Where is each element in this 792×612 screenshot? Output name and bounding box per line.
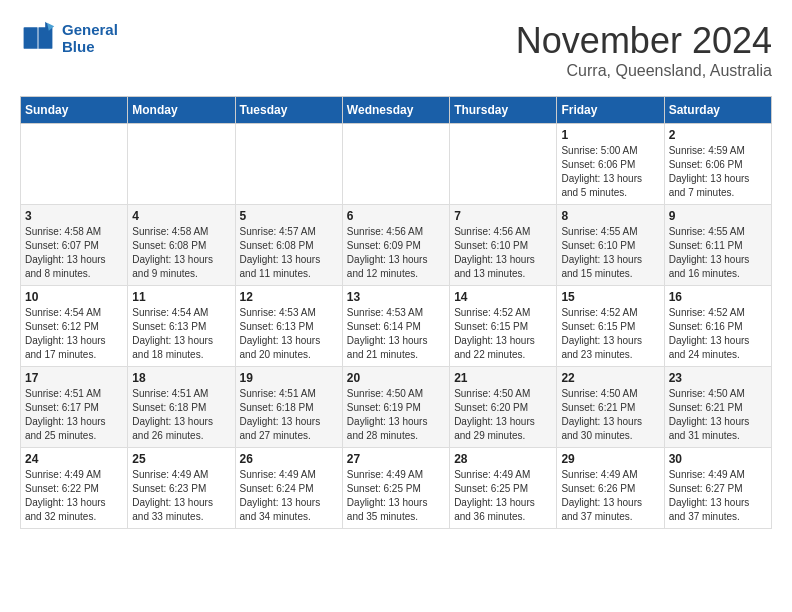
day-cell: 12Sunrise: 4:53 AMSunset: 6:13 PMDayligh…	[235, 286, 342, 367]
day-number: 1	[561, 128, 659, 142]
day-info: Sunrise: 4:49 AMSunset: 6:25 PMDaylight:…	[347, 468, 445, 524]
logo-icon	[20, 20, 56, 56]
day-info: Sunrise: 4:58 AMSunset: 6:08 PMDaylight:…	[132, 225, 230, 281]
weekday-header-thursday: Thursday	[450, 97, 557, 124]
month-title: November 2024	[516, 20, 772, 62]
day-info: Sunrise: 4:49 AMSunset: 6:26 PMDaylight:…	[561, 468, 659, 524]
day-cell: 2Sunrise: 4:59 AMSunset: 6:06 PMDaylight…	[664, 124, 771, 205]
day-cell: 29Sunrise: 4:49 AMSunset: 6:26 PMDayligh…	[557, 448, 664, 529]
day-cell: 17Sunrise: 4:51 AMSunset: 6:17 PMDayligh…	[21, 367, 128, 448]
day-info: Sunrise: 4:51 AMSunset: 6:17 PMDaylight:…	[25, 387, 123, 443]
day-cell: 22Sunrise: 4:50 AMSunset: 6:21 PMDayligh…	[557, 367, 664, 448]
day-number: 16	[669, 290, 767, 304]
week-row-4: 17Sunrise: 4:51 AMSunset: 6:17 PMDayligh…	[21, 367, 772, 448]
day-info: Sunrise: 4:49 AMSunset: 6:23 PMDaylight:…	[132, 468, 230, 524]
day-info: Sunrise: 4:52 AMSunset: 6:15 PMDaylight:…	[454, 306, 552, 362]
day-cell: 11Sunrise: 4:54 AMSunset: 6:13 PMDayligh…	[128, 286, 235, 367]
day-info: Sunrise: 4:57 AMSunset: 6:08 PMDaylight:…	[240, 225, 338, 281]
day-number: 22	[561, 371, 659, 385]
day-info: Sunrise: 4:49 AMSunset: 6:24 PMDaylight:…	[240, 468, 338, 524]
weekday-header-saturday: Saturday	[664, 97, 771, 124]
day-cell: 18Sunrise: 4:51 AMSunset: 6:18 PMDayligh…	[128, 367, 235, 448]
day-cell	[128, 124, 235, 205]
day-number: 2	[669, 128, 767, 142]
day-cell: 14Sunrise: 4:52 AMSunset: 6:15 PMDayligh…	[450, 286, 557, 367]
day-cell: 24Sunrise: 4:49 AMSunset: 6:22 PMDayligh…	[21, 448, 128, 529]
day-info: Sunrise: 4:50 AMSunset: 6:19 PMDaylight:…	[347, 387, 445, 443]
weekday-header-row: SundayMondayTuesdayWednesdayThursdayFrid…	[21, 97, 772, 124]
logo-text: General Blue	[62, 21, 118, 55]
day-cell: 8Sunrise: 4:55 AMSunset: 6:10 PMDaylight…	[557, 205, 664, 286]
day-info: Sunrise: 4:51 AMSunset: 6:18 PMDaylight:…	[240, 387, 338, 443]
day-number: 29	[561, 452, 659, 466]
location-title: Curra, Queensland, Australia	[516, 62, 772, 80]
day-cell: 25Sunrise: 4:49 AMSunset: 6:23 PMDayligh…	[128, 448, 235, 529]
day-info: Sunrise: 4:50 AMSunset: 6:21 PMDaylight:…	[669, 387, 767, 443]
day-cell: 27Sunrise: 4:49 AMSunset: 6:25 PMDayligh…	[342, 448, 449, 529]
svg-rect-2	[38, 27, 52, 49]
day-number: 27	[347, 452, 445, 466]
week-row-3: 10Sunrise: 4:54 AMSunset: 6:12 PMDayligh…	[21, 286, 772, 367]
day-info: Sunrise: 4:55 AMSunset: 6:11 PMDaylight:…	[669, 225, 767, 281]
day-cell: 19Sunrise: 4:51 AMSunset: 6:18 PMDayligh…	[235, 367, 342, 448]
day-cell: 20Sunrise: 4:50 AMSunset: 6:19 PMDayligh…	[342, 367, 449, 448]
title-area: November 2024 Curra, Queensland, Austral…	[516, 20, 772, 80]
day-number: 17	[25, 371, 123, 385]
day-cell: 15Sunrise: 4:52 AMSunset: 6:15 PMDayligh…	[557, 286, 664, 367]
day-info: Sunrise: 4:50 AMSunset: 6:20 PMDaylight:…	[454, 387, 552, 443]
weekday-header-friday: Friday	[557, 97, 664, 124]
day-info: Sunrise: 4:53 AMSunset: 6:13 PMDaylight:…	[240, 306, 338, 362]
day-cell: 21Sunrise: 4:50 AMSunset: 6:20 PMDayligh…	[450, 367, 557, 448]
day-info: Sunrise: 4:53 AMSunset: 6:14 PMDaylight:…	[347, 306, 445, 362]
day-cell: 26Sunrise: 4:49 AMSunset: 6:24 PMDayligh…	[235, 448, 342, 529]
day-info: Sunrise: 5:00 AMSunset: 6:06 PMDaylight:…	[561, 144, 659, 200]
week-row-5: 24Sunrise: 4:49 AMSunset: 6:22 PMDayligh…	[21, 448, 772, 529]
day-number: 21	[454, 371, 552, 385]
day-cell	[21, 124, 128, 205]
day-number: 26	[240, 452, 338, 466]
weekday-header-tuesday: Tuesday	[235, 97, 342, 124]
day-number: 30	[669, 452, 767, 466]
day-number: 9	[669, 209, 767, 223]
day-cell: 16Sunrise: 4:52 AMSunset: 6:16 PMDayligh…	[664, 286, 771, 367]
day-info: Sunrise: 4:49 AMSunset: 6:27 PMDaylight:…	[669, 468, 767, 524]
day-number: 19	[240, 371, 338, 385]
day-info: Sunrise: 4:55 AMSunset: 6:10 PMDaylight:…	[561, 225, 659, 281]
day-info: Sunrise: 4:56 AMSunset: 6:09 PMDaylight:…	[347, 225, 445, 281]
day-number: 3	[25, 209, 123, 223]
day-number: 10	[25, 290, 123, 304]
day-cell: 7Sunrise: 4:56 AMSunset: 6:10 PMDaylight…	[450, 205, 557, 286]
day-cell: 6Sunrise: 4:56 AMSunset: 6:09 PMDaylight…	[342, 205, 449, 286]
day-number: 25	[132, 452, 230, 466]
calendar-table: SundayMondayTuesdayWednesdayThursdayFrid…	[20, 96, 772, 529]
day-cell: 9Sunrise: 4:55 AMSunset: 6:11 PMDaylight…	[664, 205, 771, 286]
day-number: 28	[454, 452, 552, 466]
day-number: 20	[347, 371, 445, 385]
week-row-2: 3Sunrise: 4:58 AMSunset: 6:07 PMDaylight…	[21, 205, 772, 286]
day-info: Sunrise: 4:54 AMSunset: 6:13 PMDaylight:…	[132, 306, 230, 362]
day-info: Sunrise: 4:59 AMSunset: 6:06 PMDaylight:…	[669, 144, 767, 200]
day-number: 24	[25, 452, 123, 466]
day-cell	[235, 124, 342, 205]
day-cell	[342, 124, 449, 205]
day-cell: 30Sunrise: 4:49 AMSunset: 6:27 PMDayligh…	[664, 448, 771, 529]
day-info: Sunrise: 4:49 AMSunset: 6:22 PMDaylight:…	[25, 468, 123, 524]
day-info: Sunrise: 4:51 AMSunset: 6:18 PMDaylight:…	[132, 387, 230, 443]
day-info: Sunrise: 4:54 AMSunset: 6:12 PMDaylight:…	[25, 306, 123, 362]
week-row-1: 1Sunrise: 5:00 AMSunset: 6:06 PMDaylight…	[21, 124, 772, 205]
day-cell: 10Sunrise: 4:54 AMSunset: 6:12 PMDayligh…	[21, 286, 128, 367]
day-info: Sunrise: 4:50 AMSunset: 6:21 PMDaylight:…	[561, 387, 659, 443]
day-number: 13	[347, 290, 445, 304]
day-cell: 23Sunrise: 4:50 AMSunset: 6:21 PMDayligh…	[664, 367, 771, 448]
day-number: 4	[132, 209, 230, 223]
day-number: 18	[132, 371, 230, 385]
weekday-header-monday: Monday	[128, 97, 235, 124]
weekday-header-wednesday: Wednesday	[342, 97, 449, 124]
weekday-header-sunday: Sunday	[21, 97, 128, 124]
day-cell: 28Sunrise: 4:49 AMSunset: 6:25 PMDayligh…	[450, 448, 557, 529]
logo: General Blue	[20, 20, 118, 56]
day-number: 7	[454, 209, 552, 223]
day-cell: 4Sunrise: 4:58 AMSunset: 6:08 PMDaylight…	[128, 205, 235, 286]
day-info: Sunrise: 4:52 AMSunset: 6:15 PMDaylight:…	[561, 306, 659, 362]
day-cell	[450, 124, 557, 205]
